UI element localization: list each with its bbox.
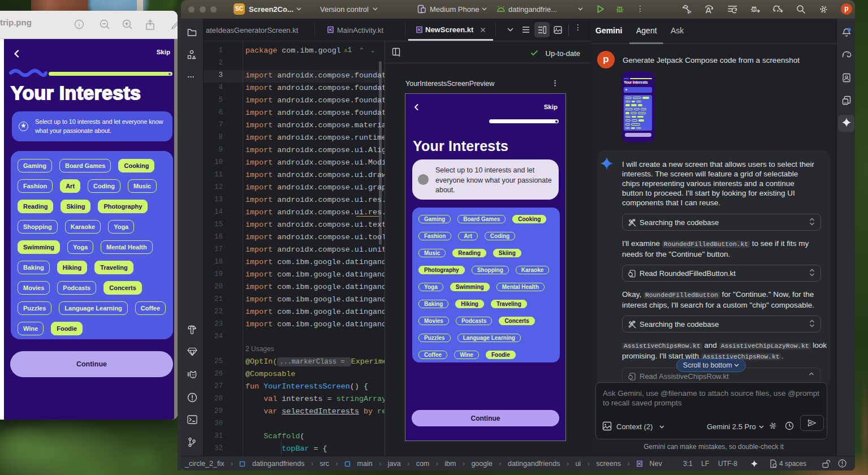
svg-text:i: i <box>78 21 80 28</box>
